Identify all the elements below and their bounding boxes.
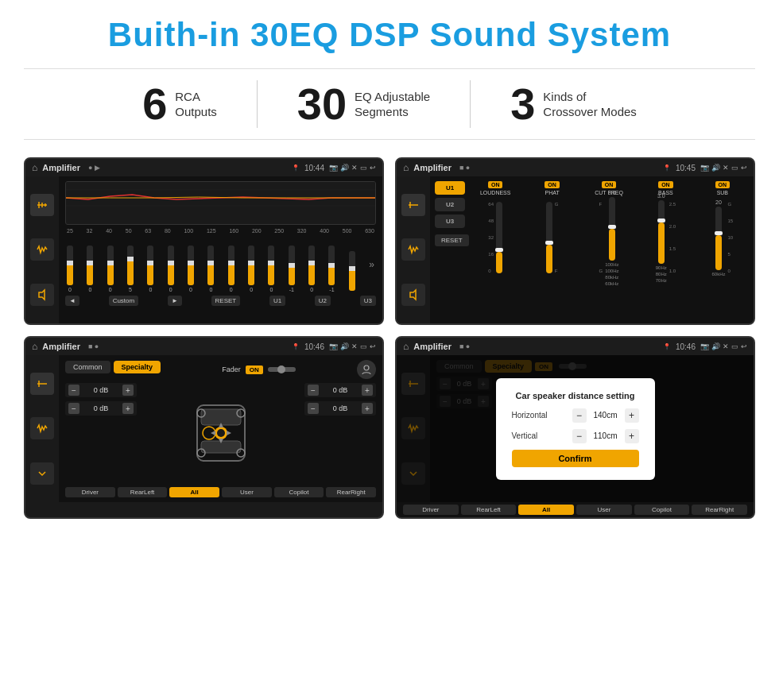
- eq-slider-9[interactable]: 0: [248, 246, 254, 292]
- fader-toggle[interactable]: ON: [246, 365, 263, 374]
- phat-label: PHAT: [545, 190, 560, 195]
- sidebar-wave-btn-3[interactable]: [30, 417, 54, 439]
- svg-point-14: [364, 365, 369, 370]
- btn-all-4[interactable]: All: [518, 505, 574, 515]
- app-name-1: Amplifier: [42, 163, 80, 172]
- sidebar-eq-btn[interactable]: [30, 194, 54, 216]
- wifi-icon-4: ✕: [723, 342, 729, 350]
- bass-slider-container: 3.0 90Hz 80Hz 70Hz: [656, 198, 676, 277]
- eq-slider-3[interactable]: 5: [127, 246, 134, 292]
- fl-plus-btn[interactable]: +: [122, 385, 134, 396]
- freq-label-8: 160: [229, 228, 238, 234]
- screen-fader: ⌂ Amplifier ■ ● 📍 10:46 📷 🔊 ✕ ▭ ↩: [24, 336, 384, 519]
- eq-reset-btn[interactable]: RESET: [211, 296, 241, 306]
- rl-plus-btn[interactable]: +: [122, 403, 134, 414]
- screen-content-2: U1 U2 U3 RESET ON LOUDNESS 64: [397, 176, 754, 323]
- btn-user[interactable]: User: [222, 487, 272, 497]
- rl-db-value: 0 dB: [82, 404, 120, 412]
- preset-u3[interactable]: U3: [435, 215, 465, 228]
- eq-slider-8[interactable]: 0: [228, 246, 234, 292]
- bottom-btns-3: Driver RearLeft All User Copilot RearRig…: [65, 487, 376, 497]
- eq-prev-btn[interactable]: ◄: [65, 296, 79, 306]
- fl-db-value: 0 dB: [82, 386, 120, 394]
- loudness-slider[interactable]: [496, 202, 502, 273]
- sidebar-wave-btn-2[interactable]: [401, 238, 425, 261]
- eq-u2-btn[interactable]: U2: [315, 296, 331, 306]
- crossover-area: U1 U2 U3 RESET ON LOUDNESS 64: [430, 176, 754, 323]
- tab-common[interactable]: Common: [65, 361, 110, 373]
- eq-slider-11[interactable]: -1: [289, 246, 295, 292]
- phat-slider[interactable]: [546, 202, 552, 273]
- freq-label-1: 32: [87, 228, 93, 234]
- eq-u3-btn[interactable]: U3: [360, 296, 376, 306]
- btn-user-4[interactable]: User: [576, 505, 632, 515]
- cutfreq-slider[interactable]: [609, 197, 615, 261]
- sidebar-speaker-btn[interactable]: [30, 284, 54, 306]
- horizontal-minus-btn[interactable]: −: [572, 408, 587, 423]
- fl-minus-btn[interactable]: −: [68, 385, 79, 396]
- tab-specialty[interactable]: Specialty: [114, 361, 161, 373]
- btn-rear-left-4[interactable]: RearLeft: [461, 505, 517, 515]
- eq-slider-5[interactable]: 0: [168, 246, 174, 292]
- confirm-button[interactable]: Confirm: [512, 450, 639, 467]
- eq-area: 25 32 40 50 63 80 100 125 160 200 250 32…: [59, 176, 382, 323]
- profile-btn[interactable]: [357, 360, 376, 379]
- sidebar-eq-btn-3[interactable]: [30, 373, 54, 395]
- btn-all[interactable]: All: [169, 487, 219, 497]
- eq-custom-btn[interactable]: Custom: [109, 296, 139, 306]
- vertical-plus-btn[interactable]: +: [625, 429, 639, 443]
- sub-slider[interactable]: [715, 207, 722, 270]
- sidebar-speaker-btn-2[interactable]: [401, 284, 425, 306]
- location-icon-4: 📍: [663, 343, 671, 350]
- btn-driver[interactable]: Driver: [65, 487, 115, 497]
- rl-minus-btn[interactable]: −: [68, 403, 79, 414]
- stat-number-crossover: 3: [510, 82, 535, 126]
- freq-label-14: 630: [365, 228, 374, 234]
- eq-slider-14[interactable]: [349, 251, 355, 292]
- screen-content-1: 25 32 40 50 63 80 100 125 160 200 250 32…: [25, 176, 382, 323]
- fr-minus-btn[interactable]: −: [308, 385, 319, 396]
- freq-label-4: 63: [145, 228, 151, 234]
- forward-icon[interactable]: »: [369, 259, 374, 270]
- btn-rear-right-4[interactable]: RearRight: [692, 505, 747, 515]
- freq-label-0: 25: [67, 228, 73, 234]
- eq-u1-btn[interactable]: U1: [269, 296, 285, 306]
- btn-copilot[interactable]: Copilot: [274, 487, 324, 497]
- btn-rear-left[interactable]: RearLeft: [118, 487, 168, 497]
- preset-u2[interactable]: U2: [435, 198, 465, 211]
- eq-slider-6[interactable]: 0: [188, 246, 194, 292]
- fader-slider[interactable]: [268, 367, 296, 372]
- fr-plus-btn[interactable]: +: [362, 385, 373, 396]
- play-icons-4: ■ ●: [459, 342, 470, 350]
- rr-plus-btn[interactable]: +: [362, 403, 373, 414]
- eq-slider-12[interactable]: 0: [308, 246, 315, 292]
- status-bar-1: ⌂ Amplifier ● ▶ 📍 10:44 📷 🔊 ✕ ▭ ↩: [25, 159, 382, 176]
- btn-rear-right[interactable]: RearRight: [326, 487, 376, 497]
- sidebar-wave-btn[interactable]: [30, 238, 54, 261]
- bass-slider[interactable]: [658, 200, 665, 264]
- eq-slider-10[interactable]: 0: [268, 246, 274, 292]
- horizontal-plus-btn[interactable]: +: [625, 408, 639, 423]
- btn-copilot-4[interactable]: Copilot: [634, 505, 690, 515]
- screen-content-3: Common Specialty Fader ON: [25, 355, 382, 502]
- eq-slider-1[interactable]: 0: [87, 246, 93, 292]
- left-sidebar-2: [397, 176, 430, 323]
- preset-u1[interactable]: U1: [435, 181, 465, 195]
- speaker-diagram-row: − 0 dB + − 0 dB +: [65, 383, 376, 483]
- eq-slider-13[interactable]: -1: [328, 246, 335, 292]
- eq-slider-2[interactable]: 0: [107, 246, 114, 292]
- back-icon-1: ↩: [370, 164, 376, 172]
- sidebar-eq-btn-2[interactable]: [401, 194, 425, 216]
- crossover-reset-btn[interactable]: RESET: [435, 234, 469, 246]
- eq-slider-7[interactable]: 0: [207, 246, 214, 292]
- btn-driver-4[interactable]: Driver: [403, 505, 459, 515]
- eq-slider-0[interactable]: 0: [67, 246, 73, 292]
- eq-slider-4[interactable]: 0: [147, 246, 153, 292]
- eq-play-btn[interactable]: ►: [168, 296, 182, 306]
- db-control-rl: − 0 dB +: [65, 401, 137, 416]
- phat-on-badge: ON: [545, 181, 560, 188]
- sidebar-expand-btn-3[interactable]: [30, 462, 54, 485]
- rr-minus-btn[interactable]: −: [308, 403, 319, 414]
- vertical-minus-btn[interactable]: −: [572, 429, 587, 443]
- play-icons-2: ■ ●: [459, 164, 470, 172]
